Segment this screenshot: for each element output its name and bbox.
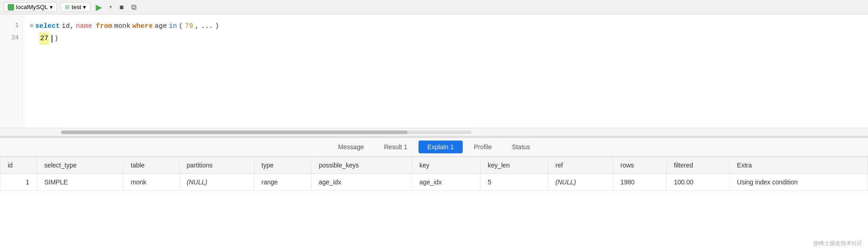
scrollbar-area	[0, 128, 868, 136]
cell-key-len: 5	[480, 174, 548, 191]
code-line-24: 27 )	[39, 32, 861, 45]
editor-area: 1 24 ⊞ select id, name from monk where a…	[0, 15, 868, 128]
code-text-7: )	[215, 20, 219, 32]
col-key: key	[412, 157, 480, 174]
cell-table: monk	[123, 174, 179, 191]
code-text-4: age	[155, 20, 167, 32]
cursor-value: 27	[39, 32, 49, 45]
copy-button[interactable]: ⧉	[129, 2, 138, 12]
db-icon	[8, 4, 14, 10]
tabs-bar: Message Result 1 Explain 1 Profile Statu…	[0, 138, 868, 157]
run-button[interactable]: ▶	[94, 1, 104, 13]
cell-key: age_idx	[412, 174, 480, 191]
toolbar: localMySQL ▾ ⊞ test ▾ ▶ ▾ ■ ⧉	[0, 0, 868, 15]
col-ref: ref	[548, 157, 613, 174]
expand-icon[interactable]: ⊞	[30, 21, 33, 31]
scrollbar-track[interactable]	[61, 131, 471, 134]
tab-explain1[interactable]: Explain 1	[418, 141, 463, 153]
code-line-1: ⊞ select id, name from monk where age in…	[30, 20, 861, 32]
code-text-3: monk	[114, 20, 130, 32]
tab-result1[interactable]: Result 1	[375, 141, 416, 153]
code-text-5: (	[179, 20, 183, 32]
num-value-79: 79	[185, 20, 193, 32]
db-name-label: localMySQL	[16, 4, 48, 10]
code-ellipsis: ...	[201, 20, 213, 32]
table-row: 1 SIMPLE monk (NULL) range age_idx age_i…	[0, 174, 868, 191]
code-lines[interactable]: ⊞ select id, name from monk where age in…	[23, 15, 868, 128]
schema-selector[interactable]: ⊞ test ▾	[61, 2, 90, 12]
schema-name-label: test	[72, 4, 81, 10]
col-select-type: select_type	[37, 157, 124, 174]
cell-type: range	[254, 174, 311, 191]
line-numbers: 1 24	[0, 15, 23, 128]
line-number-1: 1	[4, 20, 19, 31]
tab-profile[interactable]: Profile	[465, 141, 501, 153]
cell-filtered: 100.00	[666, 174, 729, 191]
db-chevron-icon: ▾	[50, 4, 53, 10]
table-header-row: id select_type table partitions type pos…	[0, 157, 868, 174]
code-container: 1 24 ⊞ select id, name from monk where a…	[0, 15, 868, 128]
db-selector[interactable]: localMySQL ▾	[4, 2, 57, 12]
keyword-where: where	[132, 20, 153, 32]
keyword-name: name	[76, 20, 92, 32]
line-number-24: 24	[4, 32, 19, 43]
col-type: type	[254, 157, 311, 174]
col-extra: Extra	[729, 157, 868, 174]
keyword-in: in	[169, 20, 177, 32]
col-possible-keys: possible_keys	[311, 157, 412, 174]
scrollbar-thumb[interactable]	[61, 131, 408, 134]
keyword-from: from	[96, 20, 112, 32]
col-partitions: partitions	[179, 157, 254, 174]
schema-icon: ⊞	[65, 4, 70, 10]
run-dropdown-button[interactable]: ▾	[108, 3, 114, 11]
schema-chevron-icon: ▾	[83, 4, 86, 10]
watermark: @稀土掘金技术社区	[813, 240, 863, 247]
cell-possible-keys: age_idx	[311, 174, 412, 191]
code-text-6: ,	[195, 20, 199, 32]
col-table: table	[123, 157, 179, 174]
results-table: id select_type table partitions type pos…	[0, 157, 868, 191]
cursor-blink	[52, 35, 52, 42]
closing-paren: )	[54, 32, 58, 45]
code-text-1: id,	[62, 20, 74, 32]
cell-id: 1	[0, 174, 37, 191]
cell-rows: 1980	[613, 174, 666, 191]
cell-partitions: (NULL)	[179, 174, 254, 191]
tab-message[interactable]: Message	[329, 141, 373, 153]
col-filtered: filtered	[666, 157, 729, 174]
tab-status[interactable]: Status	[503, 141, 539, 153]
results-table-area[interactable]: id select_type table partitions type pos…	[0, 157, 868, 251]
cell-extra: Using index condition	[729, 174, 868, 191]
keyword-select: select	[35, 20, 60, 32]
cell-select-type: SIMPLE	[37, 174, 124, 191]
col-key-len: key_len	[480, 157, 548, 174]
bottom-section: Message Result 1 Explain 1 Profile Statu…	[0, 138, 868, 251]
cell-ref: (NULL)	[548, 174, 613, 191]
col-id: id	[0, 157, 37, 174]
col-rows: rows	[613, 157, 666, 174]
stop-button[interactable]: ■	[118, 2, 126, 12]
